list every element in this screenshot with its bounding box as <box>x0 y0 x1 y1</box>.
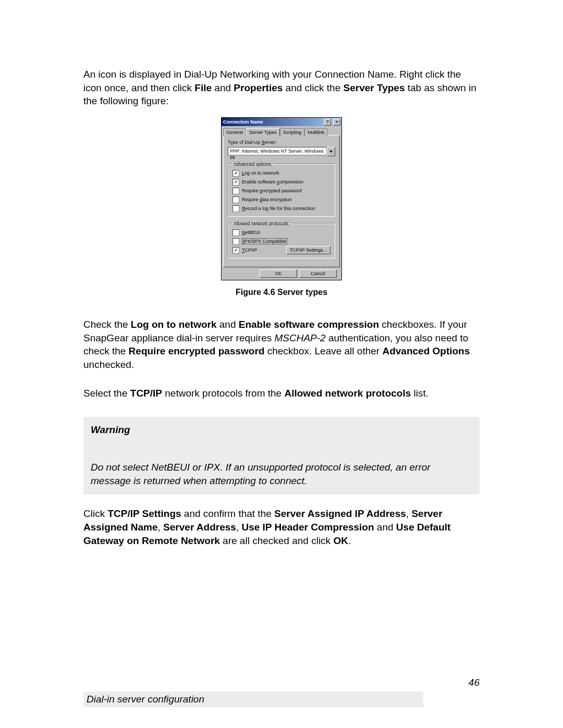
checkbox-icon <box>232 238 239 245</box>
text: and confirm that the <box>181 508 275 519</box>
dialog-title: Connection Name <box>223 119 263 125</box>
dialog-body: General Server Types Scripting Multilink… <box>222 126 341 280</box>
checkbox-label: IPX/SPX Compatible <box>242 238 287 244</box>
text: . <box>348 535 351 546</box>
text-bold: Allowed network protocols <box>284 388 411 399</box>
text: , <box>236 522 242 533</box>
advanced-options-legend: Advanced options: <box>232 162 273 167</box>
text: checkbox. Leave all other <box>264 346 382 356</box>
checkbox-icon <box>232 196 239 203</box>
text: and <box>212 82 234 93</box>
intro-paragraph: An icon is displayed in Dial-Up Networki… <box>83 68 480 108</box>
paragraph: Select the TCP/IP network protocols from… <box>83 387 480 400</box>
checkbox-tcpip[interactable]: ✓ TCP/IP <box>232 246 257 255</box>
text-bold: Log on to network <box>131 319 217 330</box>
server-type-combo[interactable]: PPP: Internet, Windows NT Server, Window… <box>228 147 335 156</box>
checkbox-encrypted-password[interactable]: Require encrypted password <box>232 187 331 195</box>
checkbox-log-on-network[interactable]: ✓ Log on to network <box>232 169 331 178</box>
text: , <box>158 522 164 533</box>
text: and click the <box>283 82 343 93</box>
checkbox-label: Record a log file for this connection <box>242 206 315 211</box>
text-bold: Server Assigned IP Address <box>274 508 406 519</box>
tab-general[interactable]: General <box>223 128 246 136</box>
tab-scripting[interactable]: Scripting <box>280 128 304 136</box>
text: network protocols from the <box>162 388 284 399</box>
ok-button[interactable]: OK <box>260 269 297 278</box>
tab-multilink[interactable]: Multilink <box>304 128 328 136</box>
document-page: An icon is displayed in Dial-Up Networki… <box>0 0 563 728</box>
text: are all checked and click <box>220 535 334 546</box>
close-icon[interactable]: × <box>333 119 340 126</box>
text-bold: TCP/IP <box>130 388 162 399</box>
warning-block: Warning Do not select NetBEUI or IPX. If… <box>83 417 480 495</box>
checkbox-label: TCP/IP <box>242 248 257 253</box>
checkbox-label: Log on to network <box>242 170 279 176</box>
text-bold: Advanced Options <box>382 346 470 356</box>
checkbox-icon <box>232 205 239 212</box>
paragraph: Click TCP/IP Settings and confirm that t… <box>83 507 480 547</box>
dialog-figure: Connection Name ? × General Server Types… <box>221 117 342 280</box>
chevron-down-icon[interactable] <box>327 147 335 156</box>
tcpip-settings-button[interactable]: TCP/IP Settings... <box>286 246 331 254</box>
svg-marker-0 <box>329 151 333 153</box>
cancel-button[interactable]: Cancel <box>299 269 337 278</box>
text: and <box>374 522 396 533</box>
type-label: Type of Dial-Up Server: <box>228 140 335 145</box>
checkbox-icon <box>232 188 239 194</box>
dialog-footer: OK Cancel <box>223 267 340 278</box>
text-bold: OK <box>333 535 348 546</box>
text-bold: Require encrypted password <box>129 346 265 356</box>
connection-name-dialog: Connection Name ? × General Server Types… <box>221 117 342 280</box>
checkbox-label: Require data encryption <box>242 197 292 202</box>
checkbox-icon <box>232 229 239 236</box>
warning-title: Warning <box>91 424 472 436</box>
text: Check the <box>83 319 131 330</box>
page-number: 46 <box>83 677 480 688</box>
checkbox-icon: ✓ <box>232 170 239 177</box>
checkbox-netbeui[interactable]: NetBEUI <box>232 228 331 237</box>
titlebar: Connection Name ? × <box>222 118 341 126</box>
page-footer: 46 Dial-in server configuration <box>83 677 480 707</box>
text-bold: File <box>194 82 212 93</box>
checkbox-data-encryption[interactable]: Require data encryption <box>232 195 331 204</box>
text-bold: Server Address <box>163 522 236 533</box>
text-bold: Server Types <box>344 82 405 93</box>
paragraph: Check the Log on to network and Enable s… <box>83 318 480 372</box>
allowed-protocols-legend: Allowed network protocols: <box>232 221 290 226</box>
text: unchecked. <box>83 359 134 370</box>
checkbox-label: Require encrypted password <box>242 188 302 193</box>
figure-caption: Figure 4.6 Server types <box>83 288 480 297</box>
help-icon[interactable]: ? <box>324 119 331 126</box>
text-bold: TCP/IP Settings <box>107 508 181 519</box>
text: Click <box>83 508 107 519</box>
text: and <box>216 319 238 330</box>
advanced-options-group: Advanced options: ✓ Log on to network ✓ … <box>228 162 335 217</box>
checkbox-ipx[interactable]: IPX/SPX Compatible <box>232 237 331 246</box>
checkbox-icon: ✓ <box>232 247 239 254</box>
server-type-value: PPP: Internet, Windows NT Server, Window… <box>228 147 327 155</box>
text: , <box>406 508 412 519</box>
text-italic: MSCHAP-2 <box>274 332 325 343</box>
checkbox-record-log[interactable]: Record a log file for this connection <box>232 204 331 213</box>
text: Select the <box>83 388 130 399</box>
tab-server-types[interactable]: Server Types <box>246 128 280 136</box>
allowed-protocols-group: Allowed network protocols: NetBEUI IPX/S… <box>228 221 335 258</box>
text-bold: Enable software compression <box>239 319 379 330</box>
tab-strip: General Server Types Scripting Multilink <box>223 128 340 135</box>
warning-text: Do not select NetBEUI or IPX. If an unsu… <box>91 461 472 487</box>
text: list. <box>411 388 429 399</box>
tab-panel: Type of Dial-Up Server: PPP: Internet, W… <box>223 135 340 267</box>
checkbox-label: Enable software compression <box>242 179 303 184</box>
text-bold: Use IP Header Compression <box>241 522 374 533</box>
footer-section-title: Dial-in server configuration <box>83 692 423 707</box>
text-bold: Properties <box>234 82 283 93</box>
checkbox-software-compression[interactable]: ✓ Enable software compression <box>232 178 331 187</box>
checkbox-icon: ✓ <box>232 179 239 186</box>
checkbox-label: NetBEUI <box>242 230 260 235</box>
